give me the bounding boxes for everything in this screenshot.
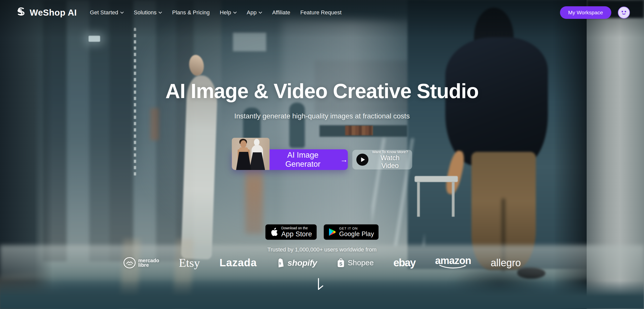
amazon-wordmark: amazon [435,256,471,264]
shopee-wordmark: Shopee [348,258,374,267]
weshop-logo-icon [15,7,27,18]
watch-video-text: Want To Know More? Watch Video [372,150,408,169]
ai-image-generator-label: AI Image Generator [270,151,336,169]
handshake-icon [123,256,136,269]
top-nav: WeShop AI Get Started Solutions Plans & … [0,0,644,25]
svg-text:s: s [279,261,281,265]
shopee-bag-icon: S [337,258,345,268]
background-desk [415,176,458,182]
ai-image-generator-button[interactable]: AI Image Generator → [232,149,348,170]
thumbnail-model-face [240,140,247,148]
mercado-libre-wordmark: mercado libre [138,258,159,268]
nav-item-plans-pricing[interactable]: Plans & Pricing [172,9,210,16]
google-play-line1: GET IT ON [339,227,374,231]
app-store-line2: App Store [281,230,312,238]
play-triangle [361,157,365,162]
page-subtitle: Instantly generate high-quality images a… [0,112,644,120]
chevron-down-icon [120,12,124,14]
model-thumbnail-image [232,138,270,170]
nav-item-label: Feature Request [300,9,342,16]
nav-item-solutions[interactable]: Solutions [134,9,162,16]
nav-item-label: Help [220,9,231,16]
watch-video-kicker: Want To Know More? [372,150,408,154]
nav-item-label: Plans & Pricing [172,9,210,16]
brand-logo-mercado-libre: mercado libre [123,256,159,269]
amazon-smile-icon [438,264,468,269]
brand-logo-amazon: amazon [435,256,471,269]
brand-logo-shopee: S Shopee [337,258,374,268]
nav-item-app[interactable]: App [247,9,262,16]
nav-item-label: Get Started [90,9,118,16]
background-dress-form [289,103,305,148]
chevron-down-icon [259,12,262,14]
google-play-text: GET IT ON Google Play [339,227,374,238]
chevron-down-icon [158,12,162,14]
nav-item-help[interactable]: Help [220,9,237,16]
nav-menu: Get Started Solutions Plans & Pricing He… [90,9,341,16]
app-store-badge[interactable]: Download on the App Store [265,224,317,240]
brand-logo-allegro: allegro [491,257,521,269]
google-play-badge[interactable]: GET IT ON Google Play [324,224,379,240]
nav-item-label: Solutions [134,9,157,16]
brand-logo-shopify: s shopify [276,258,317,268]
play-icon [356,154,369,166]
weshop-logo[interactable]: WeShop AI [15,7,77,18]
google-play-line2: Google Play [339,230,374,237]
watch-video-label: Watch Video [372,154,408,170]
brand-logo-ebay: ebay [393,257,416,269]
chevron-down-icon [233,12,237,14]
shopify-wordmark: shopify [288,258,317,268]
trusted-by-text: Trusted by 1,000,000+ users worldwide fr… [0,246,644,253]
brand-logo-lazada: Lazada [219,257,257,269]
user-avatar[interactable] [618,7,630,19]
arrow-right-icon: → [340,155,348,164]
shopify-bag-icon: s [276,258,285,268]
brand-logo-etsy: Etsy [179,256,200,270]
my-workspace-button[interactable]: My Workspace [560,6,611,19]
brand-logos-row: mercado libre Etsy Lazada s shopify S Sh… [0,256,644,270]
cta-row: AI Image Generator → Want To Know More? … [232,149,412,170]
scroll-down-arrow-icon [315,278,326,293]
background-desk-leg [417,182,420,217]
nav-item-label: App [247,9,257,16]
person-hand [444,149,467,196]
background-books [345,126,373,135]
nav-item-label: Affiliate [272,9,290,16]
app-store-text: Download on the App Store [281,226,312,238]
app-store-line1: Download on the [281,226,312,230]
google-play-icon [328,228,336,236]
nav-item-feature-request[interactable]: Feature Request [300,9,342,16]
avatar-smile [621,12,626,15]
background-desk-leg [452,182,455,217]
svg-text:S: S [339,261,342,267]
watch-video-button[interactable]: Want To Know More? Watch Video [352,150,412,169]
nav-item-get-started[interactable]: Get Started [90,9,124,16]
header-right: My Workspace [560,6,630,19]
page-title: AI Image & Video Creative Studio [0,79,644,103]
apple-icon [270,227,278,237]
brand-name: WeShop AI [30,8,77,18]
nav-item-affiliate[interactable]: Affiliate [272,9,290,16]
store-badges: Download on the App Store GET IT ON Goog… [265,224,379,240]
